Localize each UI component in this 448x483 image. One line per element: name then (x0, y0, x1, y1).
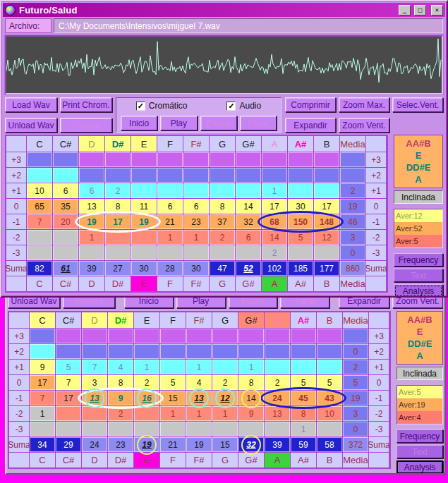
text-button[interactable]: Text (396, 445, 443, 458)
secondary-window: Unload Wav Record Inicio Play Pausa Para… (0, 298, 448, 483)
cell-Media-Suma: 860 (340, 261, 365, 276)
col-header-E: E (131, 136, 157, 152)
col-header-D#: D# (105, 136, 131, 152)
cell-G-+2 (212, 344, 238, 359)
corner-cell (369, 312, 389, 328)
cell-F#-0: 4 (186, 375, 212, 390)
cell-E--2 (134, 406, 159, 421)
pausa-button[interactable]: Pausa (200, 116, 237, 130)
cell-Media--1: 19 (343, 391, 368, 405)
cell-D#-Suma: 23 (108, 437, 133, 452)
panel-buttons: FrequencyTextAnalysis (396, 429, 443, 474)
cell-G-+1 (212, 360, 238, 374)
col-header-B: B (314, 136, 339, 152)
cell-D#-0: 8 (105, 199, 131, 214)
record-button[interactable]: Record (63, 298, 115, 308)
cell-G-+3 (210, 152, 235, 167)
play-button[interactable]: Play (176, 298, 226, 308)
zoom-vent-button[interactable]: Zoom Vent. (392, 298, 443, 308)
cell-F#--2: 1 (183, 230, 209, 245)
zoom-max-button[interactable]: Zoom Max. (339, 97, 389, 112)
expandir-button[interactable]: Expandir (339, 298, 389, 308)
load-wav-button[interactable]: Load Wav (5, 97, 57, 112)
unload-wav-button[interactable]: Unload Wav (5, 118, 57, 133)
cell-G#--1: 14 (238, 391, 264, 405)
play-button[interactable]: Play (160, 116, 197, 130)
cell-Media--2: 3 (343, 406, 368, 421)
clipped-toolbar: Unload Wav Record Inicio Play Pausa Para… (8, 298, 443, 309)
table-row: -1717139161513121424454319-1 (9, 391, 389, 405)
cell-A#--1: 45 (291, 391, 316, 405)
unload-wav-button[interactable]: Unload Wav (8, 298, 60, 308)
col-header-C: C (30, 312, 55, 328)
inicio-button[interactable]: Inicio (124, 298, 174, 308)
parar-button[interactable]: Parar (240, 116, 277, 130)
cell-D-+2: 1 (82, 344, 107, 359)
cell-A#-+3 (288, 152, 313, 167)
cell-E--3 (134, 422, 159, 436)
selec-vent-button[interactable]: Selec.Vent. (392, 97, 443, 112)
cell-A#--3 (288, 245, 313, 260)
zoom-vent-button[interactable]: Zoom Vent. (339, 118, 389, 133)
record-button[interactable]: Record (60, 118, 112, 133)
comprimir-button[interactable]: Comprimir (285, 97, 336, 112)
maximize-button-icon[interactable]: □ (414, 5, 426, 16)
cell-C#-0: 35 (53, 199, 78, 214)
footer-G: G (210, 276, 235, 291)
footer-C: C (30, 453, 55, 467)
cell-G#-+2 (236, 168, 261, 183)
archivo-label: Archivo: (5, 18, 52, 33)
footer-C#: C# (56, 453, 81, 467)
checkbox-check-icon[interactable]: ✓ (136, 102, 145, 111)
cell-Media-Suma: 372 (343, 437, 368, 452)
checkbox-check-icon[interactable]: ✓ (226, 102, 236, 111)
inicio-button[interactable]: Inicio (121, 116, 157, 130)
table-row: Suma826139273028304752102185177860Suma (6, 261, 387, 276)
cell-F--1: 21 (157, 214, 183, 229)
expandir-button[interactable]: Expandir (285, 118, 336, 133)
cell-C-+2 (27, 168, 52, 183)
cell-B-Suma: 58 (317, 437, 342, 452)
cell-G-Suma: 15 (212, 437, 238, 452)
cell-C-0: 17 (30, 375, 55, 390)
row-label-right: +3 (369, 329, 389, 343)
cell-D#-+3 (105, 152, 131, 167)
cell-E-+1 (131, 183, 157, 198)
titlebar[interactable]: Futuro/Salud _ □ ✕ (3, 3, 445, 17)
footer-D: D (79, 276, 104, 291)
audio-checkbox[interactable]: ✓ Audio (226, 101, 261, 111)
window-title: Futuro/Salud (19, 5, 395, 16)
footer-G: G (212, 453, 238, 467)
cell-D#--1: 17 (105, 214, 131, 229)
minimize-button-icon[interactable]: _ (399, 5, 411, 16)
frequency-button[interactable]: Frequency (394, 253, 443, 267)
parar-button[interactable]: Parar (280, 298, 329, 308)
cell-E-+3 (134, 329, 159, 343)
frequency-button[interactable]: Frequency (396, 429, 443, 443)
row-label-left: -1 (9, 391, 29, 405)
analysis-button[interactable]: Analysis (394, 284, 443, 298)
cell-A--1: 68 (262, 214, 287, 229)
zoom-button-group: Comprimir Zoom Max. Selec.Vent. Expandir… (285, 97, 443, 133)
text-button[interactable]: Text (394, 269, 443, 282)
cell-F-Suma: 21 (160, 437, 186, 452)
close-button-icon[interactable]: ✕ (431, 5, 443, 16)
col-header-D#: D# (108, 312, 133, 328)
analysis-button[interactable]: Analysis (396, 460, 443, 474)
pausa-button[interactable]: Pausa (229, 298, 278, 308)
col-header-D: D (82, 312, 107, 328)
cell-A#-+1 (291, 360, 316, 374)
average-group: Aver:12Aver:52Aver:5 (394, 209, 443, 248)
corner-cell (9, 453, 29, 467)
cell-A#-+3 (291, 329, 316, 343)
cell-F#-+3 (183, 152, 209, 167)
cell-C#-+1: 5 (56, 360, 81, 374)
cell-C--3 (30, 422, 55, 436)
waveform-display[interactable] (5, 35, 443, 94)
cromatico-checkbox[interactable]: ✓ Cromático (136, 101, 188, 111)
cell-B--1: 148 (314, 214, 339, 229)
row-label-left: +1 (9, 360, 29, 374)
cell-C-+2 (30, 344, 55, 359)
col-header-A: A (265, 312, 290, 328)
print-chrom-button[interactable]: Print Chrom. (60, 97, 112, 112)
